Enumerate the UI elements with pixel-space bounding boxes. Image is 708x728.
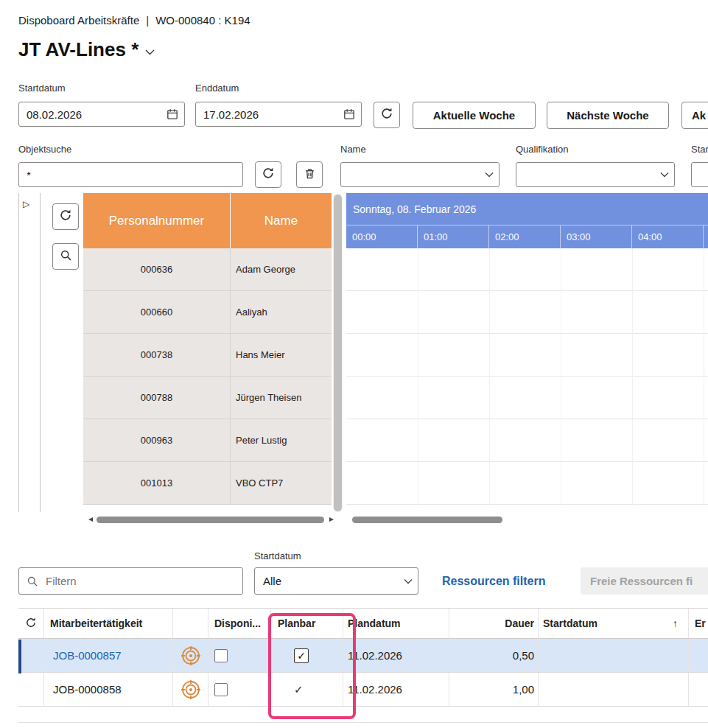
hscrollbar-thumb[interactable] (352, 517, 502, 523)
disponiert-cell (208, 639, 271, 672)
column-header-planbar[interactable]: Planbar (271, 609, 343, 638)
scheduler-refresh-button[interactable] (52, 203, 79, 230)
sort-ascending-icon[interactable]: ↑ (673, 617, 678, 629)
breadcrumb-separator: | (146, 14, 149, 27)
resource-row[interactable]: 000636 Adam George (83, 248, 332, 291)
column-header-mitarbeitertaetigkeit[interactable]: Mitarbeitertätigkeit (44, 609, 173, 638)
hscrollbar-thumb[interactable] (97, 517, 324, 523)
resource-personalnummer: 000660 (83, 291, 231, 333)
target-icon[interactable] (173, 673, 208, 706)
startdatum-input[interactable] (19, 102, 184, 126)
objektsuche-field (18, 162, 243, 187)
expand-panel-icon[interactable]: ▷ (23, 199, 29, 209)
resource-name: Jürgen Theisen (231, 377, 332, 419)
job-link[interactable]: JOB-0000857 (53, 649, 122, 662)
refresh-icon (25, 617, 37, 631)
target-icon[interactable] (173, 639, 208, 672)
resource-personalnummer: 000788 (83, 377, 231, 419)
day-label: Sonntag, 08. Februar 2026 (346, 193, 708, 225)
time-slot: 00:00 (346, 225, 418, 248)
resource-row[interactable]: 000660 Aaliyah (83, 291, 332, 334)
page-title[interactable]: JT AV-Lines * (18, 38, 155, 61)
breadcrumb-record: WO-000840 : K194 (155, 14, 250, 27)
naechste-woche-button[interactable]: Nächste Woche (547, 102, 669, 129)
enddatum-input[interactable] (196, 102, 361, 126)
column-header-clipped[interactable]: Er (689, 609, 708, 638)
resource-name: Peter Lustig (231, 419, 332, 461)
jobs-table-header-row: Mitarbeitertätigkeit Disponi... Planbar … (18, 608, 708, 639)
jobs-refresh-button[interactable] (18, 609, 44, 638)
time-slot-row: 00:00 01:00 02:00 03:00 04:00 (346, 225, 708, 248)
resource-name: VBO CTP7 (231, 462, 332, 504)
personalnummer-column-header[interactable]: Personalnummer (83, 193, 231, 248)
objektsuche-refresh-button[interactable] (255, 161, 281, 188)
jobs-filter-input[interactable] (19, 568, 242, 594)
column-header-startdatum-label: Startdatum (543, 617, 597, 629)
time-slot: 03:00 (561, 225, 632, 248)
column-header-disponiert[interactable]: Disponi... (208, 609, 271, 638)
time-slot: 01:00 (418, 225, 489, 248)
scroll-right-icon[interactable] (329, 517, 334, 522)
magnifier-icon (60, 249, 72, 265)
vertical-scrollbar-thumb[interactable] (334, 195, 342, 511)
disponiert-checkbox[interactable] (214, 683, 228, 696)
job-row[interactable]: JOB-0000857 ✓ 11.02.2026 0,50 (18, 639, 708, 673)
enddatum-label: Enddatum (195, 83, 239, 94)
clipped-startdatum-label: Star (691, 144, 708, 155)
trash-icon (304, 167, 316, 183)
clipped-cell (689, 673, 708, 706)
jobs-table-bottom-border (18, 722, 708, 723)
chevron-down-icon (660, 172, 669, 178)
refresh-dates-button[interactable] (374, 102, 400, 128)
schedule-hscrollbar[interactable] (346, 516, 708, 524)
scroll-left-icon[interactable] (88, 517, 93, 522)
resource-table-hscrollbar[interactable] (87, 516, 335, 524)
disponiert-checkbox[interactable] (214, 649, 228, 662)
clipped-week-button[interactable]: Ak (681, 102, 708, 129)
startdatum-field (18, 102, 185, 127)
resource-row[interactable]: 000738 Hans Meier (83, 334, 332, 377)
resource-row[interactable]: 001013 VBO CTP7 (83, 462, 332, 505)
freie-ressourcen-filtern-button[interactable]: Freie Ressourcen fi (581, 567, 708, 595)
name-filter-select[interactable] (340, 162, 500, 187)
scheduler-gutter (18, 193, 41, 512)
enddatum-field (195, 102, 362, 127)
qualifikation-filter-select[interactable] (516, 162, 675, 187)
chevron-down-icon (404, 578, 413, 584)
jobs-startdatum-select[interactable]: Alle (254, 567, 418, 595)
resource-personalnummer: 000636 (83, 248, 231, 290)
column-header-startdatum[interactable]: Startdatum ↑ (539, 609, 689, 638)
objektsuche-input[interactable] (19, 163, 242, 186)
name-filter-label: Name (340, 144, 366, 155)
aktuelle-woche-button[interactable]: Aktuelle Woche (413, 102, 536, 129)
startdatum-cell (539, 673, 689, 706)
planbar-checkbox[interactable]: ✓ (294, 648, 309, 663)
resource-name: Adam George (231, 248, 332, 290)
clipped-startdatum-field[interactable] (691, 162, 708, 187)
job-id-cell[interactable]: JOB-0000858 (44, 673, 173, 706)
schedule-canvas[interactable] (346, 248, 708, 505)
resource-row[interactable]: 000963 Peter Lustig (83, 419, 332, 462)
ressourcen-filtern-link[interactable]: Ressourcen filtern (442, 575, 545, 588)
resource-name: Aaliyah (231, 291, 332, 333)
schedule-day-header: Sonntag, 08. Februar 2026 00:00 01:00 02… (346, 193, 708, 248)
name-column-header[interactable]: Name (231, 193, 332, 248)
plandatum-cell: 11.02.2026 (343, 639, 449, 672)
column-header-plandatum[interactable]: Plandatum (343, 609, 449, 638)
objektsuche-clear-button[interactable] (296, 161, 323, 188)
resource-rows: 000636 Adam George 000660 Aaliyah 000738… (83, 248, 332, 505)
job-row[interactable]: JOB-0000858 ✓ 11.02.2026 1,00 (18, 673, 708, 707)
vertical-scrollbar[interactable] (333, 194, 343, 512)
dauer-cell: 1,00 (449, 673, 539, 706)
breadcrumb-app-name[interactable]: Dispoboard Arbeitskräfte (18, 14, 139, 27)
column-header-dauer[interactable]: Dauer (449, 609, 539, 638)
clipped-cell (689, 639, 708, 672)
disponiert-cell (208, 673, 271, 706)
resource-row[interactable]: 000788 Jürgen Theisen (83, 377, 332, 419)
jobs-table: Mitarbeitertätigkeit Disponi... Planbar … (18, 608, 708, 707)
jobs-startdatum-value: Alle (263, 575, 281, 587)
chevron-down-icon[interactable] (145, 49, 155, 55)
planbar-checkmark-icon[interactable]: ✓ (294, 683, 304, 696)
objektsuche-label: Objektsuche (18, 144, 71, 155)
scheduler-zoom-button[interactable] (52, 243, 79, 270)
